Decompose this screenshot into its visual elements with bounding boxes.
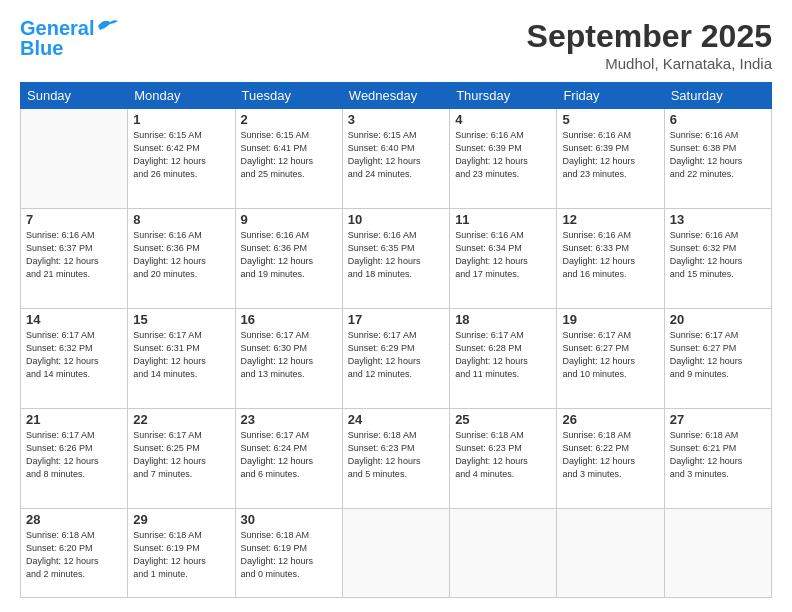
day-cell: 17Sunrise: 6:17 AMSunset: 6:29 PMDayligh…: [342, 309, 449, 409]
day-info: Sunrise: 6:15 AMSunset: 6:42 PMDaylight:…: [133, 129, 229, 181]
day-info: Sunrise: 6:18 AMSunset: 6:23 PMDaylight:…: [348, 429, 444, 481]
day-number: 17: [348, 312, 444, 327]
week-row-1: 1Sunrise: 6:15 AMSunset: 6:42 PMDaylight…: [21, 109, 772, 209]
logo-bird-icon: [96, 18, 118, 34]
day-info: Sunrise: 6:15 AMSunset: 6:40 PMDaylight:…: [348, 129, 444, 181]
header: General Blue September 2025 Mudhol, Karn…: [20, 18, 772, 72]
day-number: 21: [26, 412, 122, 427]
day-number: 28: [26, 512, 122, 527]
day-number: 6: [670, 112, 766, 127]
day-info: Sunrise: 6:17 AMSunset: 6:29 PMDaylight:…: [348, 329, 444, 381]
col-header-tuesday: Tuesday: [235, 83, 342, 109]
day-info: Sunrise: 6:16 AMSunset: 6:39 PMDaylight:…: [562, 129, 658, 181]
day-number: 10: [348, 212, 444, 227]
day-cell: [664, 509, 771, 598]
day-number: 25: [455, 412, 551, 427]
day-cell: [342, 509, 449, 598]
day-info: Sunrise: 6:16 AMSunset: 6:36 PMDaylight:…: [241, 229, 337, 281]
day-info: Sunrise: 6:18 AMSunset: 6:20 PMDaylight:…: [26, 529, 122, 581]
day-info: Sunrise: 6:18 AMSunset: 6:19 PMDaylight:…: [241, 529, 337, 581]
day-info: Sunrise: 6:16 AMSunset: 6:34 PMDaylight:…: [455, 229, 551, 281]
day-number: 2: [241, 112, 337, 127]
day-number: 12: [562, 212, 658, 227]
day-info: Sunrise: 6:18 AMSunset: 6:23 PMDaylight:…: [455, 429, 551, 481]
day-number: 9: [241, 212, 337, 227]
day-cell: 22Sunrise: 6:17 AMSunset: 6:25 PMDayligh…: [128, 409, 235, 509]
day-number: 15: [133, 312, 229, 327]
col-header-monday: Monday: [128, 83, 235, 109]
week-row-5: 28Sunrise: 6:18 AMSunset: 6:20 PMDayligh…: [21, 509, 772, 598]
day-cell: 20Sunrise: 6:17 AMSunset: 6:27 PMDayligh…: [664, 309, 771, 409]
col-header-friday: Friday: [557, 83, 664, 109]
calendar-table: SundayMondayTuesdayWednesdayThursdayFrid…: [20, 82, 772, 598]
day-info: Sunrise: 6:17 AMSunset: 6:26 PMDaylight:…: [26, 429, 122, 481]
day-number: 14: [26, 312, 122, 327]
week-row-4: 21Sunrise: 6:17 AMSunset: 6:26 PMDayligh…: [21, 409, 772, 509]
day-info: Sunrise: 6:18 AMSunset: 6:21 PMDaylight:…: [670, 429, 766, 481]
day-number: 3: [348, 112, 444, 127]
day-number: 16: [241, 312, 337, 327]
day-number: 8: [133, 212, 229, 227]
day-info: Sunrise: 6:16 AMSunset: 6:32 PMDaylight:…: [670, 229, 766, 281]
day-info: Sunrise: 6:17 AMSunset: 6:27 PMDaylight:…: [562, 329, 658, 381]
col-header-saturday: Saturday: [664, 83, 771, 109]
day-cell: 14Sunrise: 6:17 AMSunset: 6:32 PMDayligh…: [21, 309, 128, 409]
day-number: 20: [670, 312, 766, 327]
day-info: Sunrise: 6:15 AMSunset: 6:41 PMDaylight:…: [241, 129, 337, 181]
day-info: Sunrise: 6:17 AMSunset: 6:24 PMDaylight:…: [241, 429, 337, 481]
col-header-sunday: Sunday: [21, 83, 128, 109]
day-cell: 3Sunrise: 6:15 AMSunset: 6:40 PMDaylight…: [342, 109, 449, 209]
day-cell: 23Sunrise: 6:17 AMSunset: 6:24 PMDayligh…: [235, 409, 342, 509]
day-cell: 13Sunrise: 6:16 AMSunset: 6:32 PMDayligh…: [664, 209, 771, 309]
day-info: Sunrise: 6:17 AMSunset: 6:28 PMDaylight:…: [455, 329, 551, 381]
col-header-thursday: Thursday: [450, 83, 557, 109]
day-number: 26: [562, 412, 658, 427]
header-row: SundayMondayTuesdayWednesdayThursdayFrid…: [21, 83, 772, 109]
day-number: 1: [133, 112, 229, 127]
day-cell: 5Sunrise: 6:16 AMSunset: 6:39 PMDaylight…: [557, 109, 664, 209]
day-number: 19: [562, 312, 658, 327]
day-cell: 27Sunrise: 6:18 AMSunset: 6:21 PMDayligh…: [664, 409, 771, 509]
day-info: Sunrise: 6:17 AMSunset: 6:32 PMDaylight:…: [26, 329, 122, 381]
col-header-wednesday: Wednesday: [342, 83, 449, 109]
logo: General Blue: [20, 18, 118, 58]
day-info: Sunrise: 6:17 AMSunset: 6:25 PMDaylight:…: [133, 429, 229, 481]
day-cell: [557, 509, 664, 598]
day-cell: 7Sunrise: 6:16 AMSunset: 6:37 PMDaylight…: [21, 209, 128, 309]
day-info: Sunrise: 6:16 AMSunset: 6:38 PMDaylight:…: [670, 129, 766, 181]
day-cell: 1Sunrise: 6:15 AMSunset: 6:42 PMDaylight…: [128, 109, 235, 209]
day-cell: 19Sunrise: 6:17 AMSunset: 6:27 PMDayligh…: [557, 309, 664, 409]
day-cell: [450, 509, 557, 598]
day-number: 5: [562, 112, 658, 127]
day-info: Sunrise: 6:17 AMSunset: 6:31 PMDaylight:…: [133, 329, 229, 381]
day-cell: 16Sunrise: 6:17 AMSunset: 6:30 PMDayligh…: [235, 309, 342, 409]
day-info: Sunrise: 6:16 AMSunset: 6:36 PMDaylight:…: [133, 229, 229, 281]
day-info: Sunrise: 6:16 AMSunset: 6:35 PMDaylight:…: [348, 229, 444, 281]
day-cell: 30Sunrise: 6:18 AMSunset: 6:19 PMDayligh…: [235, 509, 342, 598]
day-cell: 29Sunrise: 6:18 AMSunset: 6:19 PMDayligh…: [128, 509, 235, 598]
logo-text: General: [20, 18, 94, 38]
day-number: 4: [455, 112, 551, 127]
day-number: 29: [133, 512, 229, 527]
day-info: Sunrise: 6:17 AMSunset: 6:27 PMDaylight:…: [670, 329, 766, 381]
logo-general: General: [20, 17, 94, 39]
day-cell: 18Sunrise: 6:17 AMSunset: 6:28 PMDayligh…: [450, 309, 557, 409]
day-cell: 12Sunrise: 6:16 AMSunset: 6:33 PMDayligh…: [557, 209, 664, 309]
location-subtitle: Mudhol, Karnataka, India: [527, 55, 772, 72]
day-cell: 26Sunrise: 6:18 AMSunset: 6:22 PMDayligh…: [557, 409, 664, 509]
day-cell: [21, 109, 128, 209]
title-block: September 2025 Mudhol, Karnataka, India: [527, 18, 772, 72]
day-number: 13: [670, 212, 766, 227]
day-cell: 28Sunrise: 6:18 AMSunset: 6:20 PMDayligh…: [21, 509, 128, 598]
page: General Blue September 2025 Mudhol, Karn…: [0, 0, 792, 612]
week-row-3: 14Sunrise: 6:17 AMSunset: 6:32 PMDayligh…: [21, 309, 772, 409]
day-number: 24: [348, 412, 444, 427]
day-cell: 8Sunrise: 6:16 AMSunset: 6:36 PMDaylight…: [128, 209, 235, 309]
day-cell: 24Sunrise: 6:18 AMSunset: 6:23 PMDayligh…: [342, 409, 449, 509]
day-cell: 21Sunrise: 6:17 AMSunset: 6:26 PMDayligh…: [21, 409, 128, 509]
day-info: Sunrise: 6:16 AMSunset: 6:33 PMDaylight:…: [562, 229, 658, 281]
day-number: 11: [455, 212, 551, 227]
day-cell: 15Sunrise: 6:17 AMSunset: 6:31 PMDayligh…: [128, 309, 235, 409]
logo-blue: Blue: [20, 38, 63, 58]
day-info: Sunrise: 6:18 AMSunset: 6:19 PMDaylight:…: [133, 529, 229, 581]
